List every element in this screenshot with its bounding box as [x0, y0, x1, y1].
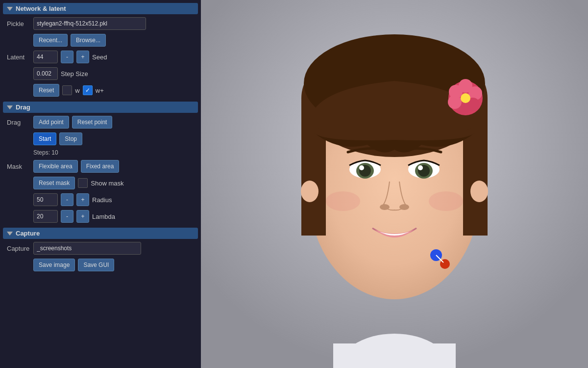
start-button[interactable]: Start [33, 132, 56, 145]
w-checked-checkbox[interactable]: ✓ [83, 85, 93, 95]
save-buttons-row: Save image Save GUI [33, 259, 194, 271]
show-mask-checkbox[interactable] [78, 178, 88, 188]
drag-label: Drag [7, 119, 30, 126]
svg-point-28 [301, 181, 318, 202]
drag-section-title: Drag [16, 104, 30, 111]
seed-label: Seed [92, 53, 107, 61]
drag-buttons-row: Drag Add point Reset point [7, 116, 194, 129]
lambda-row: - + Lambda [7, 210, 194, 223]
svg-point-26 [326, 191, 360, 211]
latent-row: Latent - + Seed [7, 51, 194, 63]
stepsize-row: Step Size [7, 67, 194, 80]
latent-label: Latent [7, 53, 30, 61]
drag-section-header[interactable]: Drag [3, 102, 198, 113]
image-canvas[interactable] [201, 0, 588, 368]
drag-section: Drag Drag Add point Reset point Start St… [3, 102, 198, 226]
network-section: Network & latent Pickle Recent... Browse… [3, 3, 198, 100]
pickle-input[interactable] [33, 17, 146, 30]
svg-point-14 [449, 85, 463, 99]
capture-section: Capture Capture Save image Save GUI [3, 228, 198, 274]
mask-area-row: Mask Flexible area Fixed area [7, 160, 194, 173]
capture-triangle-icon [7, 232, 13, 236]
show-mask-label: Show mask [91, 180, 123, 187]
radius-input[interactable] [33, 193, 58, 206]
lambda-input[interactable] [33, 210, 58, 223]
pickle-label: Pickle [7, 20, 30, 27]
triangle-icon [7, 7, 13, 11]
pickle-row: Pickle [7, 17, 194, 30]
steps-row: Steps: 10 [33, 149, 194, 156]
lambda-plus-button[interactable]: + [76, 210, 89, 223]
reset-row: Reset w ✓ w+ [33, 84, 194, 97]
capture-path-row: Capture [7, 242, 194, 255]
browse-button[interactable]: Browse... [71, 34, 106, 47]
stepsize-label: Step Size [61, 70, 88, 78]
start-stop-row: Start Stop [33, 132, 194, 145]
flexible-area-button[interactable]: Flexible area [33, 160, 78, 173]
steps-label: Steps: 10 [33, 149, 58, 156]
svg-point-23 [418, 165, 423, 170]
add-point-button[interactable]: Add point [33, 116, 69, 129]
face-svg [201, 0, 588, 368]
network-section-title: Network & latent [16, 5, 66, 12]
latent-minus-button[interactable]: - [61, 51, 74, 63]
w-label: w [75, 87, 79, 94]
reset-button[interactable]: Reset [33, 84, 59, 97]
save-gui-button[interactable]: Save GUI [78, 259, 114, 271]
network-section-body: Pickle Recent... Browse... Latent - + Se… [3, 14, 198, 100]
reset-mask-row: Reset mask Show mask [33, 177, 194, 189]
radius-minus-button[interactable]: - [61, 193, 74, 206]
fixed-area-button[interactable]: Fixed area [81, 160, 120, 173]
lambda-label: Lambda [92, 213, 115, 220]
reset-point-button[interactable]: Reset point [72, 116, 113, 129]
svg-point-15 [461, 93, 470, 103]
latent-input[interactable] [33, 51, 58, 63]
recent-button[interactable]: Recent... [33, 34, 68, 47]
stepsize-input[interactable] [33, 67, 58, 80]
radius-row: - + Radius [7, 193, 194, 206]
latent-plus-button[interactable]: + [76, 51, 89, 63]
svg-rect-2 [333, 343, 456, 368]
radius-label: Radius [92, 196, 112, 204]
capture-section-title: Capture [16, 230, 40, 237]
wplus-label: w+ [96, 87, 104, 94]
capture-section-header[interactable]: Capture [3, 228, 198, 239]
svg-point-24 [380, 204, 390, 210]
face-canvas [201, 0, 588, 368]
stop-button[interactable]: Stop [59, 132, 82, 145]
network-section-header[interactable]: Network & latent [3, 3, 198, 14]
radius-plus-button[interactable]: + [76, 193, 89, 206]
capture-path-input[interactable] [33, 242, 141, 255]
svg-point-19 [359, 165, 364, 170]
svg-point-25 [399, 204, 409, 210]
left-panel: Network & latent Pickle Recent... Browse… [0, 0, 201, 368]
w-checkbox[interactable] [62, 85, 72, 95]
save-image-button[interactable]: Save image [33, 259, 75, 271]
reset-mask-button[interactable]: Reset mask [33, 177, 75, 189]
pickle-buttons-row: Recent... Browse... [33, 34, 194, 47]
capture-section-body: Capture Save image Save GUI [3, 239, 198, 274]
lambda-minus-button[interactable]: - [61, 210, 74, 223]
svg-point-10 [468, 86, 482, 100]
svg-point-27 [429, 191, 463, 211]
drag-section-body: Drag Add point Reset point Start Stop St… [3, 113, 198, 226]
mask-label: Mask [7, 163, 30, 170]
capture-label: Capture [7, 245, 30, 252]
svg-point-29 [470, 181, 488, 202]
drag-triangle-icon [7, 105, 13, 109]
